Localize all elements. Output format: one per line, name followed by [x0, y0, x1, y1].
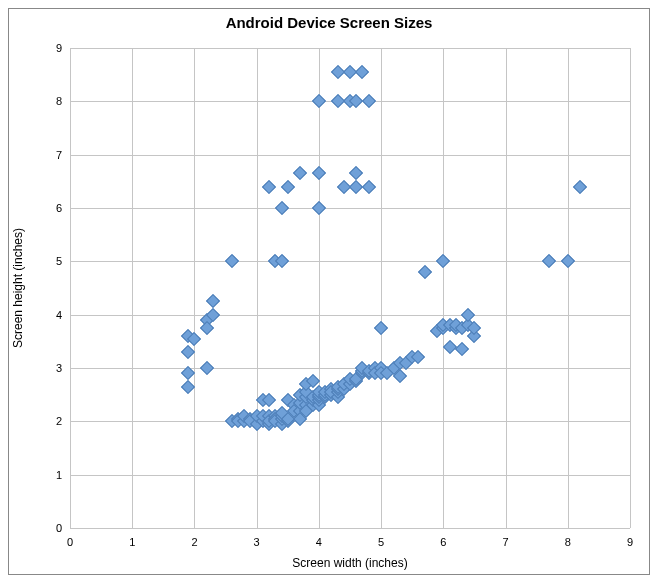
gridline-v [70, 48, 71, 528]
y-tick-label: 1 [56, 469, 62, 481]
data-point [262, 180, 276, 194]
y-tick-label: 4 [56, 309, 62, 321]
data-point [418, 265, 432, 279]
gridline-h [70, 208, 630, 209]
gridline-h [70, 528, 630, 529]
x-tick-label: 2 [191, 536, 197, 548]
data-point [312, 166, 326, 180]
data-point [312, 94, 326, 108]
data-point [274, 201, 288, 215]
data-point [542, 254, 556, 268]
gridline-h [70, 421, 630, 422]
plot-area: Screen height (inches) Screen width (inc… [70, 48, 630, 528]
data-point [206, 294, 220, 308]
gridline-v [319, 48, 320, 528]
chart-container: Android Device Screen Sizes Screen heigh… [0, 0, 658, 583]
x-tick-label: 3 [254, 536, 260, 548]
data-point [181, 380, 195, 394]
gridline-v [443, 48, 444, 528]
y-axis-label: Screen height (inches) [11, 228, 25, 348]
gridline-v [194, 48, 195, 528]
data-point [561, 254, 575, 268]
data-point [455, 342, 469, 356]
data-point [293, 166, 307, 180]
data-point [200, 321, 214, 335]
gridline-v [257, 48, 258, 528]
data-point [225, 254, 239, 268]
gridline-h [70, 48, 630, 49]
x-tick-label: 7 [502, 536, 508, 548]
y-tick-label: 8 [56, 95, 62, 107]
data-point [461, 308, 475, 322]
x-tick-label: 0 [67, 536, 73, 548]
x-tick-label: 1 [129, 536, 135, 548]
gridline-v [630, 48, 631, 528]
data-point [312, 201, 326, 215]
chart-title: Android Device Screen Sizes [0, 14, 658, 31]
y-tick-label: 6 [56, 202, 62, 214]
data-point [200, 361, 214, 375]
data-point [349, 166, 363, 180]
data-point [362, 94, 376, 108]
gridline-h [70, 315, 630, 316]
data-point [442, 340, 456, 354]
gridline-h [70, 368, 630, 369]
data-point [355, 65, 369, 79]
gridline-v [506, 48, 507, 528]
data-point [362, 180, 376, 194]
data-point [181, 345, 195, 359]
y-tick-label: 3 [56, 362, 62, 374]
y-tick-label: 5 [56, 255, 62, 267]
data-point [374, 321, 388, 335]
data-point [281, 180, 295, 194]
x-tick-label: 9 [627, 536, 633, 548]
x-tick-label: 4 [316, 536, 322, 548]
y-tick-label: 9 [56, 42, 62, 54]
x-axis-label: Screen width (inches) [292, 556, 407, 570]
x-tick-label: 5 [378, 536, 384, 548]
y-tick-label: 0 [56, 522, 62, 534]
data-point [573, 180, 587, 194]
gridline-v [381, 48, 382, 528]
y-tick-label: 7 [56, 149, 62, 161]
gridline-v [568, 48, 569, 528]
gridline-h [70, 475, 630, 476]
x-tick-label: 6 [440, 536, 446, 548]
data-point [436, 254, 450, 268]
y-tick-label: 2 [56, 415, 62, 427]
gridline-v [132, 48, 133, 528]
x-tick-label: 8 [565, 536, 571, 548]
gridline-h [70, 155, 630, 156]
